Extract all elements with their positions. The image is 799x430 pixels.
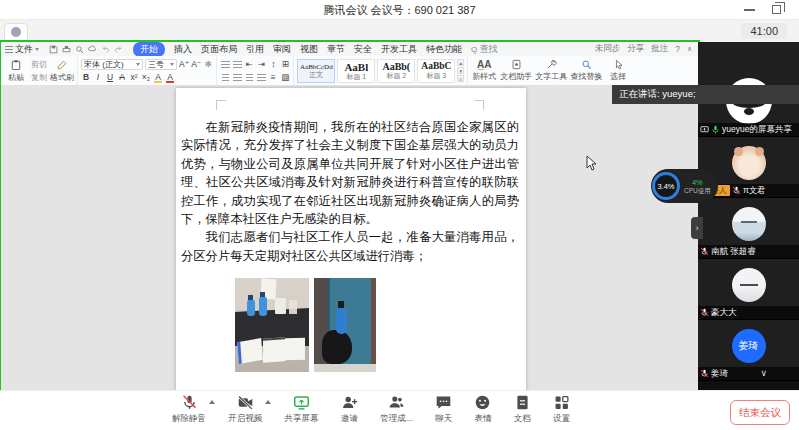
sort-button[interactable]: ↕: [268, 59, 278, 70]
text-effects-button[interactable]: ✻: [203, 59, 213, 70]
document-canvas[interactable]: 在新冠肺炎疫情期间，我所在的社区结合原国企家属区的实际情况，充分发挥了社会主义制…: [1, 86, 698, 391]
participant-tile[interactable]: 南航 张超睿: [698, 198, 799, 259]
shrink-font-button[interactable]: A⁻: [191, 59, 201, 70]
ribbon-tabs: 开始 插入 页面布局 引用 审阅 视图 章节 安全 开发工具 特色功能 Q 查找: [133, 42, 498, 57]
tab-security[interactable]: 安全: [354, 43, 372, 56]
speaking-toast: 正在讲话: yueyue;: [612, 85, 799, 104]
cloud-sync-icon[interactable]: [88, 45, 97, 54]
align-right-button[interactable]: [244, 72, 254, 83]
participant-tile[interactable]: 豪大大: [698, 259, 799, 320]
invite-button[interactable]: 邀请: [341, 394, 358, 425]
print-icon[interactable]: [62, 45, 71, 54]
avatar: 姜琦: [732, 329, 766, 363]
borders-button[interactable]: ⊞: [280, 59, 290, 70]
tab-dev-tools[interactable]: 开发工具: [381, 43, 417, 56]
bold-button[interactable]: B: [81, 72, 91, 83]
tab-special-features[interactable]: 特色功能: [426, 43, 462, 56]
format-painter-button[interactable]: 格式刷: [50, 59, 74, 83]
sync-status[interactable]: 未同步: [595, 43, 621, 55]
search-label: 查找: [480, 44, 498, 54]
numbered-list-button[interactable]: [232, 59, 242, 70]
manage-members-button[interactable]: 管理成...: [380, 394, 413, 425]
select-button[interactable]: 选择: [605, 59, 631, 82]
text-tool-button[interactable]: 文字工具: [535, 59, 567, 82]
increase-indent-button[interactable]: ⇥: [256, 59, 266, 70]
new-style-button[interactable]: A̲A 新样式: [471, 59, 497, 82]
underline-button[interactable]: U: [105, 72, 115, 83]
avatar: [732, 268, 766, 302]
paste-button[interactable]: 粘贴: [4, 59, 28, 83]
styles-gallery-scroll[interactable]: ▲▼≡: [457, 59, 464, 82]
tab-review[interactable]: 审阅: [273, 43, 291, 56]
shading-button[interactable]: ▨: [280, 72, 290, 83]
chevron-down-icon: [170, 63, 174, 66]
menu-right-actions: 未同步 分享 批注 ? ∧: [595, 43, 698, 55]
tab-view[interactable]: 视图: [300, 43, 318, 56]
align-center-button[interactable]: [232, 72, 242, 83]
settings-button[interactable]: 设置: [553, 394, 570, 425]
strikethrough-button[interactable]: A: [117, 72, 127, 83]
line-spacing-button[interactable]: ≡: [268, 72, 278, 83]
start-video-button[interactable]: 开启视频: [228, 394, 262, 425]
document-page[interactable]: 在新冠肺炎疫情期间，我所在的社区结合原国企家属区的实际情况，充分发挥了社会主义制…: [176, 88, 526, 391]
style-normal[interactable]: AaBbCcDd 正文: [297, 59, 335, 83]
wps-menu-row: 文件 开始 插入 页面布局 引用 审阅 视图 章节 安全 开发工具: [1, 42, 698, 56]
decrease-indent-button[interactable]: ⇤: [244, 59, 254, 70]
share-screen-button[interactable]: 共享屏幕: [285, 394, 319, 425]
bullet-list-button[interactable]: [220, 59, 230, 70]
participant-tile[interactable]: 姜琦 姜琦 ∨: [698, 320, 799, 381]
chat-button[interactable]: 聊天: [435, 394, 452, 425]
italic-button[interactable]: I: [93, 72, 103, 83]
end-meeting-button[interactable]: 结束会议: [730, 400, 790, 425]
font-name-select[interactable]: 宋体 (正文): [81, 59, 143, 70]
mic-options-arrow[interactable]: [209, 400, 215, 404]
style-heading3[interactable]: AaBbC 标题 3: [417, 59, 455, 83]
doc-assistant-button[interactable]: 文档助手: [500, 59, 532, 82]
redo-icon[interactable]: [114, 45, 123, 54]
search-box[interactable]: Q 查找: [471, 43, 498, 56]
print-preview-icon[interactable]: [75, 45, 84, 54]
share-button[interactable]: 分享: [627, 43, 644, 55]
copy-button[interactable]: 复制: [31, 72, 47, 83]
comment-button[interactable]: 批注: [651, 43, 668, 55]
undo-icon[interactable]: [101, 45, 110, 54]
style-heading2[interactable]: AaBb( 标题 2: [377, 59, 415, 83]
tab-home[interactable]: 开始: [133, 42, 165, 57]
styles-group: AaBbCcDd 正文 AaBl 标题 1 AaBb( 标题 2 AaBbC 标…: [294, 56, 468, 85]
photo-disinfection-supplies[interactable]: [235, 278, 309, 372]
subscript-button[interactable]: ×₂: [141, 72, 151, 83]
tab-section[interactable]: 章节: [327, 43, 345, 56]
align-left-button[interactable]: [220, 72, 230, 83]
style-heading1[interactable]: AaBl 标题 1: [337, 59, 375, 83]
camera-options-arrow[interactable]: [265, 400, 271, 404]
tab-insert[interactable]: 插入: [174, 43, 192, 56]
collapse-ribbon-icon[interactable]: ∧: [687, 45, 692, 53]
font-color-button[interactable]: A: [165, 72, 175, 83]
docs-button[interactable]: 文档: [514, 394, 531, 425]
help-icon[interactable]: ?: [675, 44, 680, 54]
reactions-button[interactable]: 表情: [474, 394, 491, 425]
justify-button[interactable]: [256, 72, 266, 83]
highlight-color-button[interactable]: A: [153, 72, 163, 83]
tab-page-layout[interactable]: 页面布局: [201, 43, 237, 56]
file-menu-button[interactable]: 文件: [1, 43, 43, 56]
minimize-icon[interactable]: [744, 9, 755, 11]
performance-widget[interactable]: 3.4% 4% CPU使用: [651, 169, 718, 203]
wps-taskbar-tab[interactable]: [4, 23, 28, 41]
font-size-select[interactable]: 三号: [145, 59, 177, 70]
tab-references[interactable]: 引用: [246, 43, 264, 56]
file-menu-label: 文件: [15, 43, 33, 56]
restore-icon[interactable]: [772, 5, 781, 14]
photo-door-spraying[interactable]: [314, 278, 376, 372]
find-replace-button[interactable]: 查找替换: [570, 59, 602, 82]
document-text[interactable]: 在新冠肺炎疫情期间，我所在的社区结合原国企家属区的实际情况，充分发挥了社会主义制…: [181, 118, 519, 265]
sidebar-collapse-handle[interactable]: ›: [691, 217, 703, 239]
superscript-button[interactable]: x²: [129, 72, 139, 83]
cut-button[interactable]: 剪切: [31, 59, 47, 70]
unmute-button[interactable]: 解除静音: [172, 394, 206, 425]
grow-font-button[interactable]: A⁺: [179, 59, 189, 70]
document-photos: [235, 278, 376, 372]
save-icon[interactable]: [49, 45, 58, 54]
scroll-more-chevron-icon[interactable]: ∨: [760, 368, 767, 378]
chat-bubble-icon: [435, 394, 452, 411]
